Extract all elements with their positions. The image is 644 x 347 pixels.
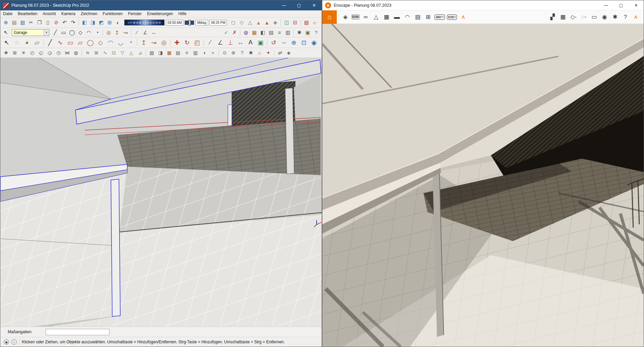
minimize-button[interactable]: —	[276, 0, 291, 10]
chevron-down-icon[interactable]: ▾	[44, 30, 49, 36]
exe-standalone-icon[interactable]: EXE▾	[447, 14, 457, 20]
enscape-render-canvas[interactable]	[322, 24, 644, 347]
entity-info-icon[interactable]: ⊚	[229, 49, 238, 57]
enscape-titlebar[interactable]: e Enscape - Planung 08.07.2023 — ▢ ✕	[322, 0, 644, 10]
enscape-sync-icon[interactable]: ℮	[311, 18, 319, 27]
video-editor-icon[interactable]: ▬	[392, 12, 402, 22]
preferences-icon[interactable]: ✱	[295, 29, 304, 37]
delete-icon[interactable]: ⊘	[52, 18, 60, 27]
sketchup-viewport-canvas[interactable]	[0, 58, 322, 327]
wireframe-icon[interactable]: ◇	[237, 18, 246, 27]
stamp-icon[interactable]: ⊡	[109, 49, 118, 57]
flip-edge-icon[interactable]: ⊿	[136, 49, 144, 57]
menu-hilfe[interactable]: Hilfe	[176, 11, 189, 17]
help-icon[interactable]: ?	[620, 12, 631, 22]
polygon-icon[interactable]: ◇	[76, 29, 85, 37]
visibility-icon[interactable]: ◉	[599, 12, 610, 22]
copy-icon[interactable]: ❐	[35, 18, 44, 27]
freehand-icon[interactable]: ∿	[55, 38, 65, 47]
rotate-icon[interactable]: ↻	[182, 38, 192, 47]
right-post[interactable]	[285, 88, 294, 174]
measurements-input[interactable]	[46, 329, 109, 335]
maximize-button[interactable]: ▢	[291, 0, 307, 10]
confirm-icon[interactable]: ✓	[222, 29, 230, 37]
send-to-layout-icon[interactable]: ▧	[302, 18, 311, 27]
outer-shell-icon[interactable]: ◍	[72, 49, 80, 57]
info-icon[interactable]: i	[11, 339, 17, 345]
menu-bearbeiten[interactable]: Bearbeiten	[15, 11, 40, 17]
follow-me-icon[interactable]: ↝	[121, 29, 130, 37]
materials-icon[interactable]: ▦	[250, 29, 259, 37]
help-icon[interactable]: ?	[312, 29, 320, 37]
follow-me-icon[interactable]: ↝	[149, 38, 159, 47]
menu-funktionen[interactable]: Funktionen	[100, 11, 125, 17]
protractor-icon[interactable]: ∠	[141, 29, 149, 37]
outliner-icon[interactable]: ≡	[275, 29, 284, 37]
tags-icon[interactable]: ▤	[174, 49, 182, 57]
select-icon[interactable]: ↖	[2, 38, 12, 47]
mini-map-icon[interactable]: ▞	[547, 12, 558, 22]
display-sync-icon[interactable]: ▭	[589, 12, 599, 22]
extension-warehouse-icon[interactable]: ✦	[264, 49, 273, 57]
dimensions-icon[interactable]: ↔	[235, 38, 245, 47]
zoom-extents-icon[interactable]: ⊡	[299, 38, 309, 47]
smoove-icon[interactable]: ∿	[101, 49, 109, 57]
explode-icon[interactable]: ✳	[19, 49, 28, 57]
tape-measure-icon[interactable]: ∕	[133, 29, 141, 37]
license-status-icon[interactable]: ◉	[4, 339, 9, 345]
video-path-icon[interactable]: ◈	[340, 12, 351, 22]
rotated-rectangle-icon[interactable]: ▱	[75, 38, 85, 47]
add-detail-icon[interactable]: △	[127, 49, 136, 57]
solid-split-icon[interactable]: ⋈	[63, 49, 72, 57]
arc-icon[interactable]: ◠	[105, 38, 116, 47]
two-point-arc-icon[interactable]: ◡	[116, 38, 126, 47]
materials-icon[interactable]: ▩	[165, 49, 174, 57]
panorama-icon[interactable]: ◠	[402, 12, 413, 22]
section-plane-icon[interactable]: ▣	[256, 38, 266, 47]
maximize-button[interactable]: ▢	[613, 0, 629, 10]
arc-icon[interactable]: ◠	[85, 29, 93, 37]
web-standalone-icon[interactable]: 360°▾	[434, 14, 445, 20]
push-pull-icon[interactable]: ↥	[113, 29, 121, 37]
textured-icon[interactable]: ▲	[263, 18, 271, 27]
polygon-icon[interactable]: ◇	[95, 38, 105, 47]
front-view-icon[interactable]: ◨	[89, 18, 97, 27]
minimize-button[interactable]: —	[598, 0, 613, 10]
instructor-icon[interactable]: ?	[238, 49, 246, 57]
lasso-icon[interactable]: ◌	[12, 38, 22, 47]
text-icon[interactable]: A	[245, 38, 256, 47]
orbit-icon[interactable]: ↺	[269, 38, 279, 47]
menu-ansicht[interactable]: Ansicht	[40, 11, 58, 17]
solid-inspector-icon[interactable]: ◈	[284, 49, 293, 57]
paint-bucket-icon[interactable]: ◕	[22, 38, 32, 47]
flip-icon[interactable]: ⇄	[276, 49, 284, 57]
menu-datei[interactable]: Datei	[0, 11, 15, 17]
group-icon[interactable]: ⊞	[10, 49, 19, 57]
front-post-selected[interactable]	[111, 179, 120, 316]
scenes-icon[interactable]: ▥	[191, 49, 200, 57]
component-icon[interactable]: ❖	[2, 49, 10, 57]
close-button[interactable]: ✕	[629, 0, 644, 10]
cancel-icon[interactable]: ✗	[230, 29, 239, 37]
bim-mode-icon[interactable]: BIM	[352, 14, 360, 19]
preferences-icon[interactable]: ✱	[246, 49, 255, 57]
styles-icon[interactable]: ◨	[156, 49, 165, 57]
zoom-window-icon[interactable]: ⊞	[105, 18, 114, 27]
push-pull-icon[interactable]: ↥	[139, 38, 149, 47]
shadow-dialog-icon[interactable]: ◐	[114, 18, 122, 27]
offset-icon[interactable]: ◎	[104, 29, 113, 37]
tape-measure-icon[interactable]: ∕	[205, 38, 215, 47]
top-view-icon[interactable]: ◧	[80, 18, 89, 27]
protractor-icon[interactable]: ∠	[215, 38, 225, 47]
fog-icon[interactable]: ≈	[209, 49, 217, 57]
monochrome-icon[interactable]: ◆	[271, 18, 279, 27]
solid-subtract-icon[interactable]: ◵	[37, 49, 45, 57]
outliner-icon[interactable]: ≡	[182, 49, 191, 57]
close-button[interactable]: ✕	[307, 0, 322, 10]
metrics-icon[interactable]: ▦	[381, 12, 392, 22]
visual-settings-icon[interactable]: ✱	[610, 12, 620, 22]
enscape-viewport[interactable]	[322, 24, 644, 347]
shadow-time-from[interactable]: 03:50 AM	[166, 20, 183, 26]
vr-headset-icon[interactable]: ∞	[361, 12, 371, 22]
line-icon[interactable]: ╱	[45, 38, 55, 47]
